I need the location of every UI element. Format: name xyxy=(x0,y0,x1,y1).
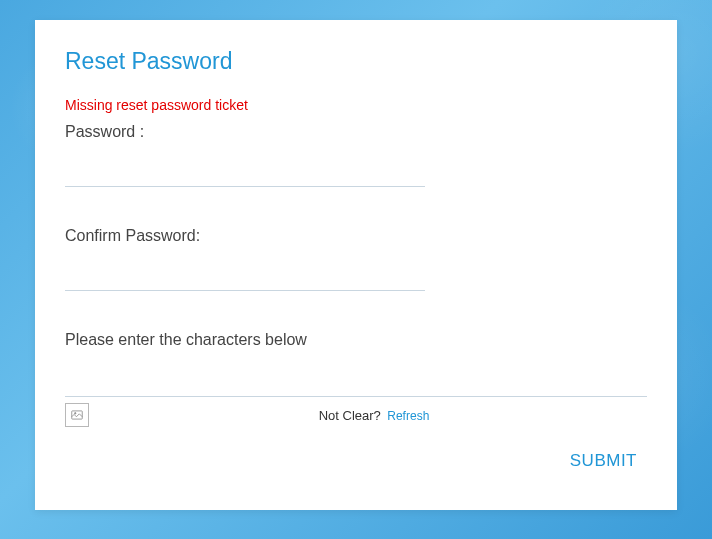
password-input[interactable] xyxy=(65,149,425,187)
password-label: Password : xyxy=(65,123,647,141)
error-message: Missing reset password ticket xyxy=(65,97,647,113)
captcha-row: Not Clear? Refresh xyxy=(65,403,647,427)
not-clear-text: Not Clear? xyxy=(319,408,381,423)
page-title: Reset Password xyxy=(65,48,647,75)
reset-password-card: Reset Password Missing reset password ti… xyxy=(35,20,677,510)
captcha-label: Please enter the characters below xyxy=(65,331,647,349)
confirm-password-input[interactable] xyxy=(65,253,425,291)
submit-button[interactable]: SUBMIT xyxy=(560,445,647,477)
captcha-input[interactable] xyxy=(65,363,647,397)
refresh-captcha-link[interactable]: Refresh xyxy=(387,409,429,423)
confirm-password-field-group: Confirm Password: xyxy=(65,227,647,291)
broken-image-icon xyxy=(65,403,89,427)
svg-point-1 xyxy=(75,413,76,414)
captcha-hint: Not Clear? Refresh xyxy=(101,406,647,424)
captcha-section: Please enter the characters below Not Cl… xyxy=(65,331,647,427)
submit-row: SUBMIT xyxy=(65,445,647,477)
confirm-password-label: Confirm Password: xyxy=(65,227,647,245)
password-field-group: Password : xyxy=(65,123,647,187)
